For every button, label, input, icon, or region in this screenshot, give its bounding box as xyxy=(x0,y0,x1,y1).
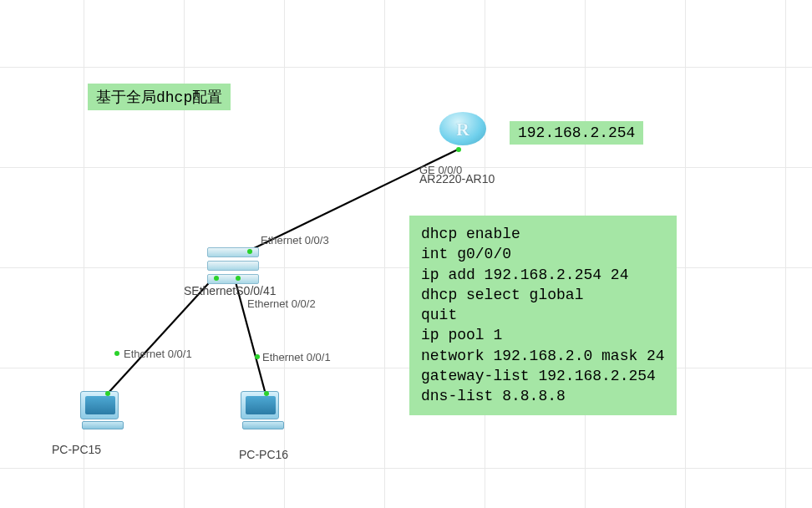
pc1-port-label: Ethernet 0/0/1 xyxy=(124,348,192,360)
switch-device-label: SEthernetS0/0/41 xyxy=(184,284,277,297)
config-commands: dhcp enable int g0/0/0 ip add 192.168.2.… xyxy=(409,216,677,415)
port-dot xyxy=(214,276,219,281)
port-dot xyxy=(255,354,260,359)
router-icon[interactable]: R xyxy=(439,112,486,150)
port-dot xyxy=(114,351,119,356)
port-dot xyxy=(264,391,269,396)
pc2-device-label: PC-PC16 xyxy=(239,448,288,461)
port-dot xyxy=(456,147,461,152)
router-ip-label: 192.168.2.254 xyxy=(510,121,643,145)
title-label: 基于全局dhcp配置 xyxy=(88,84,231,110)
pc1-device-label: PC-PC15 xyxy=(52,443,101,456)
port-dot xyxy=(236,276,241,281)
router-device-label: AR2220-AR10 xyxy=(419,172,495,185)
port-dot xyxy=(247,249,252,254)
pc2-port-label: Ethernet 0/0/1 xyxy=(262,351,331,363)
switch-port-right-label: Ethernet 0/0/2 xyxy=(247,297,316,310)
pc1-icon[interactable] xyxy=(80,391,127,436)
port-dot xyxy=(105,391,110,396)
switch-port-top-label: Ethernet 0/0/3 xyxy=(261,234,329,246)
pc2-icon[interactable] xyxy=(241,391,287,436)
